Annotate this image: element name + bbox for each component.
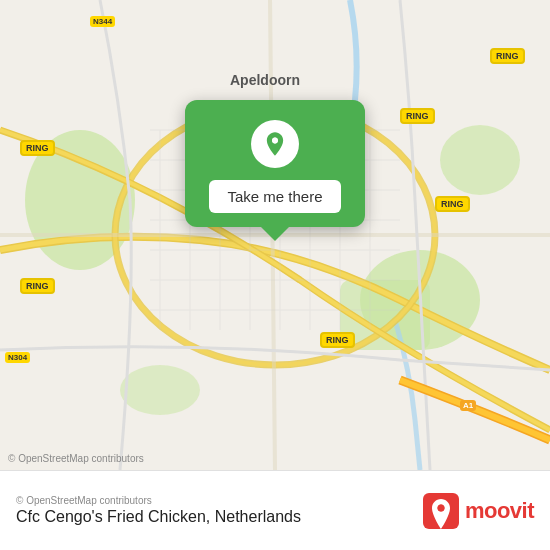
ring-badge-3: RING [400,108,435,124]
place-info: © OpenStreetMap contributors Cfc Cengo's… [16,495,301,526]
map-container: Apeldoorn © OpenStreetMap contributors R… [0,0,550,470]
moovit-logo: moovit [423,493,534,529]
bottom-bar: © OpenStreetMap contributors Cfc Cengo's… [0,470,550,550]
ring-badge-5: RING [320,332,355,348]
svg-point-5 [120,365,200,415]
navigation-popup[interactable]: Take me there [185,100,365,227]
place-name: Cfc Cengo's Fried Chicken, Netherlands [16,508,301,526]
moovit-icon [423,493,459,529]
moovit-brand-text: moovit [465,498,534,524]
ring-badge-2: RING [20,278,55,294]
svg-text:© OpenStreetMap contributors: © OpenStreetMap contributors [8,453,144,464]
road-a1: A1 [460,400,476,411]
road-n304: N304 [5,352,30,363]
location-pin-icon [251,120,299,168]
ring-badge-1: RING [20,140,55,156]
svg-text:Apeldoorn: Apeldoorn [230,72,300,88]
map-attribution: © OpenStreetMap contributors [16,495,301,506]
svg-point-29 [437,504,444,511]
ring-badge-4: RING [435,196,470,212]
take-me-there-button[interactable]: Take me there [209,180,340,213]
ring-badge-6: RING [490,48,525,64]
road-n344: N344 [90,16,115,27]
svg-point-27 [272,138,278,144]
svg-point-3 [440,125,520,195]
